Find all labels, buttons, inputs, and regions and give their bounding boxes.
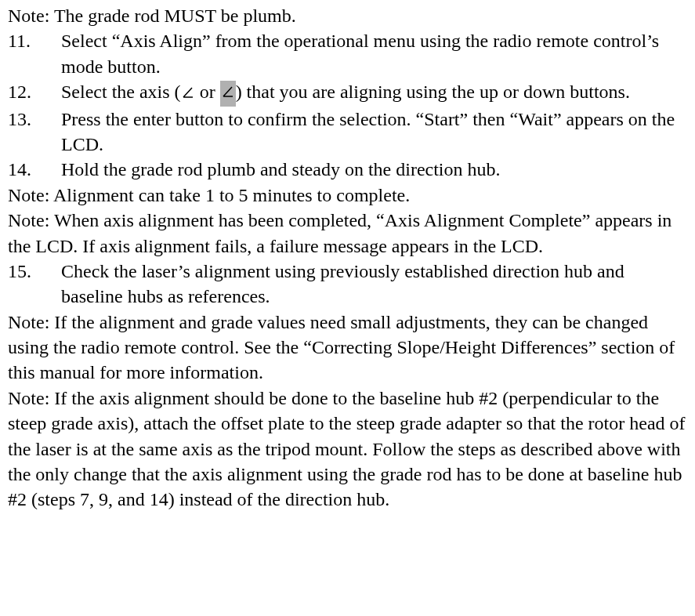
step-11: 11. Select “Axis Align” from the operati… xyxy=(8,28,687,79)
step-15: 15. Check the laser’s alignment using pr… xyxy=(8,259,687,310)
step-text: Select the axis ( or ) that you are alig… xyxy=(61,79,687,106)
step-12-post: ) that you are aligning using the up or … xyxy=(236,82,630,102)
step-12: 12. Select the axis ( or ) that you are … xyxy=(8,79,687,106)
step-number: 13. xyxy=(8,107,61,158)
step-number: 12. xyxy=(8,79,61,106)
note-align-time: Note: Alignment can take 1 to 5 minutes … xyxy=(8,183,687,208)
note-baseline: Note: If the axis alignment should be do… xyxy=(8,386,687,513)
step-text: Hold the grade rod plumb and steady on t… xyxy=(61,157,687,182)
step-14: 14. Hold the grade rod plumb and steady … xyxy=(8,157,687,182)
step-number: 11. xyxy=(8,28,61,79)
step-text: Check the laser’s alignment using previo… xyxy=(61,259,687,310)
step-text: Press the enter button to confirm the se… xyxy=(61,107,687,158)
step-12-pre: Select the axis ( xyxy=(61,82,181,102)
note-plumb: Note: The grade rod MUST be plumb. xyxy=(8,3,687,28)
angle-icon-highlighted xyxy=(220,81,236,106)
step-number: 14. xyxy=(8,157,61,182)
angle-icon xyxy=(181,81,195,106)
step-13: 13. Press the enter button to confirm th… xyxy=(8,107,687,158)
step-number: 15. xyxy=(8,259,61,310)
step-text: Select “Axis Align” from the operational… xyxy=(61,28,687,79)
note-align-complete: Note: When axis alignment has been compl… xyxy=(8,208,687,259)
note-adjust: Note: If the alignment and grade values … xyxy=(8,310,687,386)
step-12-mid: or xyxy=(195,82,220,102)
